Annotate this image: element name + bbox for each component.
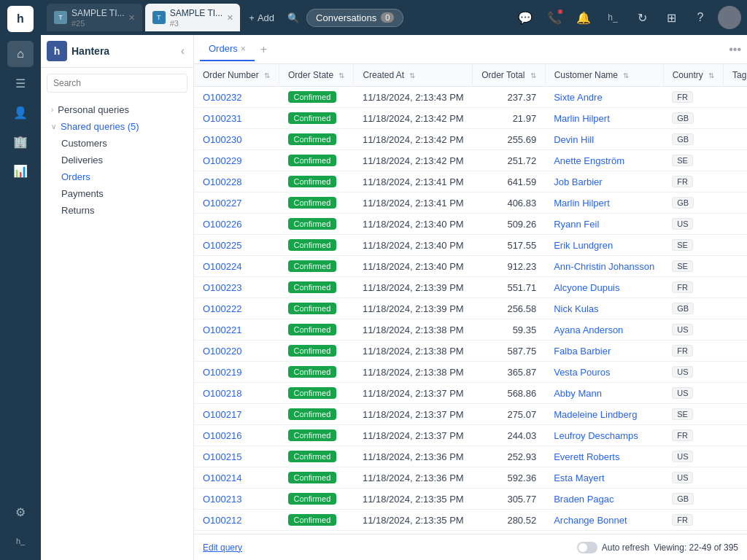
tab-1[interactable]: T SAMPLE TI... #25 × [47, 4, 142, 31]
conversations-button[interactable]: Conversations 0 [306, 9, 403, 27]
collapse-button[interactable]: ‹ [178, 43, 187, 59]
status-badge: Confirmed [288, 514, 337, 526]
cell-order-number: O100228 [194, 171, 279, 192]
help-icon[interactable]: ? [689, 6, 712, 29]
cell-created-at: 11/18/2024, 2:13:41 PM [354, 192, 473, 214]
table-row[interactable]: O100226 Confirmed 11/18/2024, 2:13:40 PM… [194, 214, 747, 235]
cell-created-at: 11/18/2024, 2:13:42 PM [354, 150, 473, 171]
cell-country: US [663, 383, 723, 404]
tab-more-icon[interactable]: ••• [729, 43, 741, 56]
cell-order-total: 551.71 [473, 277, 545, 298]
table-row[interactable]: O100221 Confirmed 11/18/2024, 2:13:38 PM… [194, 319, 747, 341]
table-row[interactable]: O100218 Confirmed 11/18/2024, 2:13:37 PM… [194, 383, 747, 404]
cell-order-number: O100214 [194, 467, 279, 489]
edit-query-link[interactable]: Edit query [203, 542, 242, 553]
status-badge: Confirmed [288, 133, 337, 145]
bell-icon[interactable]: 🔔 [572, 6, 595, 29]
table-row[interactable]: O100227 Confirmed 11/18/2024, 2:13:41 PM… [194, 192, 747, 214]
nav-settings-icon[interactable]: ⚙ [7, 499, 34, 525]
cell-order-number: O100220 [194, 341, 279, 362]
cell-tags [724, 298, 747, 319]
col-order-total[interactable]: Order Total ⇅ [473, 64, 545, 87]
add-button[interactable]: + Add [243, 9, 280, 26]
table-row[interactable]: O100232 Confirmed 11/18/2024, 2:13:43 PM… [194, 87, 747, 108]
table-row[interactable]: O100223 Confirmed 11/18/2024, 2:13:39 PM… [194, 277, 747, 298]
nav-list-icon[interactable]: ☰ [7, 70, 34, 96]
cell-order-number: O100229 [194, 150, 279, 171]
user-text-icon[interactable]: h_ [601, 6, 624, 29]
cell-country: GB [663, 192, 723, 214]
refresh-icon[interactable]: ↻ [630, 6, 654, 29]
cell-order-state: Confirmed [279, 383, 354, 404]
cell-order-total: 587.75 [473, 341, 545, 362]
table-row[interactable]: O100214 Confirmed 11/18/2024, 2:13:36 PM… [194, 467, 747, 489]
phone-icon[interactable]: 📞 [543, 6, 566, 29]
sidebar-item-payments[interactable]: Payments [47, 185, 187, 202]
sidebar-item-returns[interactable]: Returns [47, 202, 187, 219]
nav-home-icon[interactable]: ⌂ [7, 41, 34, 67]
search-input[interactable] [47, 74, 187, 93]
table-row[interactable]: O100220 Confirmed 11/18/2024, 2:13:38 PM… [194, 341, 747, 362]
cell-order-state: Confirmed [279, 277, 354, 298]
table-row[interactable]: O100216 Confirmed 11/18/2024, 2:13:37 PM… [194, 425, 747, 446]
cell-order-total: 251.72 [473, 150, 545, 171]
cell-created-at: 11/18/2024, 2:13:35 PM [354, 510, 473, 531]
col-order-state[interactable]: Order State ⇅ [279, 64, 354, 87]
table-row[interactable]: O100224 Confirmed 11/18/2024, 2:13:40 PM… [194, 256, 747, 277]
avatar[interactable] [718, 6, 741, 29]
nav-user-bottom-icon[interactable]: h_ [7, 528, 34, 554]
shared-queries-toggle[interactable]: ∨ Shared queries (5) [47, 118, 187, 135]
tab-2-icon: T [152, 11, 166, 24]
table-row[interactable]: O100212 Confirmed 11/18/2024, 2:13:35 PM… [194, 510, 747, 531]
cell-created-at: 11/18/2024, 2:13:39 PM [354, 277, 473, 298]
table-row[interactable]: O100231 Confirmed 11/18/2024, 2:13:42 PM… [194, 108, 747, 129]
country-badge: SE [672, 260, 693, 272]
cell-order-total: 237.37 [473, 87, 545, 108]
orders-view-tab[interactable]: Orders × [200, 37, 255, 61]
auto-refresh-toggle[interactable] [577, 542, 597, 553]
cell-order-number: O100230 [194, 129, 279, 150]
nav-chart-icon[interactable]: 📊 [7, 158, 34, 184]
status-badge: Confirmed [288, 324, 337, 335]
cell-order-state: Confirmed [279, 510, 354, 531]
sidebar-item-customers[interactable]: Customers [47, 135, 187, 152]
cell-created-at: 11/18/2024, 2:13:39 PM [354, 298, 473, 319]
tab-1-close-icon[interactable]: × [128, 12, 134, 23]
nav-users-icon[interactable]: 👤 [7, 99, 34, 125]
returns-label: Returns [61, 205, 95, 216]
personal-queries-toggle[interactable]: › Personal queries [47, 101, 187, 118]
table-row[interactable]: O100229 Confirmed 11/18/2024, 2:13:42 PM… [194, 150, 747, 171]
sidebar-item-deliveries[interactable]: Deliveries [47, 152, 187, 168]
tab-2-close-icon[interactable]: × [227, 12, 233, 23]
sidebar-item-orders[interactable]: Orders [47, 168, 187, 185]
cell-tags [724, 383, 747, 404]
cell-order-number: O100227 [194, 192, 279, 214]
tab-2[interactable]: T SAMPLE TI... #3 × [145, 4, 241, 31]
cell-order-total: 275.07 [473, 404, 545, 425]
search-icon[interactable]: 🔍 [283, 8, 303, 28]
col-created-at[interactable]: Created At ⇅ [354, 64, 473, 87]
tab-1-icon: T [54, 11, 67, 24]
table-row[interactable]: O100213 Confirmed 11/18/2024, 2:13:35 PM… [194, 489, 747, 510]
table-row[interactable]: O100219 Confirmed 11/18/2024, 2:13:38 PM… [194, 362, 747, 383]
nav-building-icon[interactable]: 🏢 [7, 128, 34, 155]
col-tags[interactable]: Tags [724, 64, 747, 87]
country-badge: GB [672, 303, 694, 314]
table-row[interactable]: O100222 Confirmed 11/18/2024, 2:13:39 PM… [194, 298, 747, 319]
chat-icon[interactable]: 💬 [514, 6, 537, 29]
cell-customer-name: Marlin Hilpert [545, 192, 663, 214]
col-customer-name[interactable]: Customer Name ⇅ [545, 64, 663, 87]
table-row[interactable]: O100225 Confirmed 11/18/2024, 2:13:40 PM… [194, 235, 747, 256]
col-order-number[interactable]: Order Number ⇅ [194, 64, 279, 87]
col-country[interactable]: Country ⇅ [663, 64, 723, 87]
auto-refresh-group: Auto refresh Viewing: 22-49 of 395 [577, 542, 738, 553]
grid-icon[interactable]: ⊞ [659, 6, 683, 29]
table-row[interactable]: O100215 Confirmed 11/18/2024, 2:13:36 PM… [194, 446, 747, 467]
orders-tab-close-icon[interactable]: × [241, 44, 246, 54]
table-row[interactable]: O100217 Confirmed 11/18/2024, 2:13:37 PM… [194, 404, 747, 425]
app-logo-icon[interactable]: h [7, 6, 34, 32]
table-row[interactable]: O100228 Confirmed 11/18/2024, 2:13:41 PM… [194, 171, 747, 192]
table-row[interactable]: O100230 Confirmed 11/18/2024, 2:13:42 PM… [194, 129, 747, 150]
add-view-tab-button[interactable]: + [255, 40, 273, 59]
cell-created-at: 11/18/2024, 2:13:40 PM [354, 235, 473, 256]
